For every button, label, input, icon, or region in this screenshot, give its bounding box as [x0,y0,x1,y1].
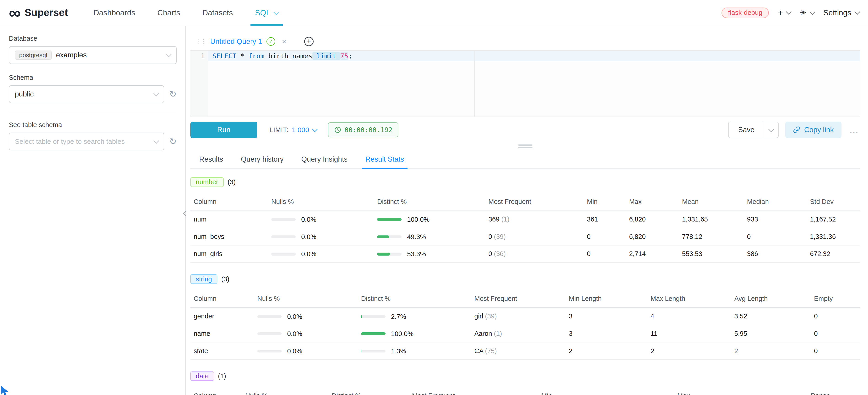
percent-bar [377,252,402,255]
column-header: Nulls % [268,193,374,211]
mouse-cursor-artifact [0,385,11,395]
percent-bar [257,332,282,335]
column-header: Most Frequent [485,193,584,211]
tab-query-insights[interactable]: Query Insights [292,150,356,169]
refresh-schemas-icon[interactable]: ↻ [169,90,177,99]
stats-section-header: string(3) [190,274,861,284]
stats-section-header: number(3) [190,177,861,187]
column-header: Distinct % [374,193,485,211]
nulls-percent-cell: 0.0% [254,342,358,360]
save-button[interactable]: Save [728,122,764,138]
chevron-down-icon [153,138,159,144]
most-frequent-cell: 0 (36) [485,245,584,263]
superset-app: ∞ Superset Dashboards Charts Datasets SQ… [0,0,868,395]
column-header: Distinct % [329,387,409,395]
column-header: Min [584,193,626,211]
see-table-schema-label: See table schema [9,121,177,129]
column-header: Min Length [565,290,647,308]
most-frequent-cell: 369 (1) [485,211,584,228]
schema-select[interactable]: public [9,85,164,103]
result-stats-content: number(3)ColumnNulls %Distinct %Most Fre… [190,169,861,395]
collapse-panel-button[interactable] [182,208,190,220]
percent-bar [271,236,296,238]
column-header: Avg Length [731,290,811,308]
stat-value-cell: 1,167.52 [807,211,861,228]
nav-item-datasets[interactable]: Datasets [191,0,244,26]
distinct-percent-cell: 2.7% [358,308,471,325]
chevron-down-icon [274,9,279,15]
most-frequent-count: (39) [483,312,497,320]
tab-query-history[interactable]: Query history [232,150,292,169]
column-header: Max [674,387,807,395]
nav-item-sql-label: SQL [255,8,271,17]
environment-badge: flask-debug [721,7,769,18]
more-options-button[interactable]: … [848,124,860,135]
copy-link-button[interactable]: Copy link [785,122,841,138]
sql-token: * [236,52,248,60]
most-frequent-count: (1) [500,216,510,223]
stats-table-date: ColumnNulls %Distinct %Most FrequentMinM… [190,387,861,395]
percent-text: 53.3% [407,250,426,257]
stat-value-cell: 0 [584,245,626,263]
sql-token: from [248,52,265,60]
nav-item-dashboards[interactable]: Dashboards [83,0,146,26]
percent-text: 0.0% [287,347,302,355]
column-header: Column [190,193,268,211]
sidebar-divider [9,113,177,113]
column-header: Most Frequent [471,290,565,308]
nulls-percent-cell: 0.0% [268,228,374,245]
superset-logo[interactable]: ∞ Superset [9,5,68,21]
stats-table-string: ColumnNulls %Distinct %Most FrequentMin … [190,290,861,360]
stat-value-cell: 3 [565,308,647,325]
close-tab-icon[interactable]: × [282,37,286,46]
limit-dropdown[interactable]: LIMIT: 1 000 [270,126,317,134]
tab-result-stats[interactable]: Result Stats [356,150,413,169]
percent-bar [361,332,385,335]
query-tab[interactable]: ⋮⋮ Untitled Query 1 ✓ × [190,33,292,50]
run-button[interactable]: Run [190,122,257,138]
navbar: ∞ Superset Dashboards Charts Datasets SQ… [0,0,868,26]
query-timer: 00:00:00.192 [328,122,398,138]
pane-resize-handle[interactable] [190,143,861,150]
sqllab-left-panel: Database postgresql examples Schema publ… [0,26,186,395]
stats-table-number: ColumnNulls %Distinct %Most FrequentMinM… [190,193,861,263]
database-engine-tag: postgresql [15,51,52,60]
refresh-tables-icon[interactable]: ↻ [169,137,177,146]
brand-name: Superset [25,7,68,18]
add-tab-button[interactable]: + [304,37,314,46]
nav-item-sql[interactable]: SQL [244,0,289,26]
column-type-tag: number [190,177,224,187]
sql-token: SELECT [213,52,237,60]
table-select[interactable]: Select table or type to search tables [9,132,164,150]
chevron-down-icon [166,52,172,57]
new-item-menu[interactable]: + [778,8,791,18]
percent-bar [377,236,402,238]
database-select[interactable]: postgresql examples [9,46,177,64]
chevron-down-icon [810,9,815,15]
stat-value-cell: 386 [744,245,807,263]
nav-item-charts[interactable]: Charts [146,0,191,26]
percent-bar [377,218,402,221]
save-dropdown-button[interactable] [764,122,779,138]
stats-row: num_boys0.0%49.3%0 (39)06,820778.1201,33… [190,228,861,245]
most-frequent-value: 0 [488,233,492,240]
percent-text: 2.7% [391,313,406,320]
sql-token: limit [312,52,340,60]
column-name-cell: name [190,325,254,342]
stat-value-cell: 672.32 [807,245,861,263]
sql-token: ; [348,52,352,60]
navbar-left: ∞ Superset Dashboards Charts Datasets SQ… [9,0,289,26]
stat-value-cell: 553.53 [679,245,744,263]
percent-text: 0.0% [301,250,316,257]
theme-toggle-menu[interactable]: ☀ [800,8,814,17]
sql-editor[interactable]: 1 SELECT * from birth_names limit 75; [190,51,861,117]
stat-value-cell: 3 [565,325,647,342]
stat-value-cell: 0 [811,308,860,325]
distinct-percent-cell: 100.0% [358,325,471,342]
stats-row: name0.0%100.0%Aaron (1)3115.950 [190,325,861,342]
stat-value-cell: 0 [811,342,860,360]
nulls-percent-cell: 0.0% [268,245,374,263]
settings-menu[interactable]: Settings [824,8,859,17]
stat-value-cell: 0 [811,325,860,342]
tab-results[interactable]: Results [190,150,232,169]
